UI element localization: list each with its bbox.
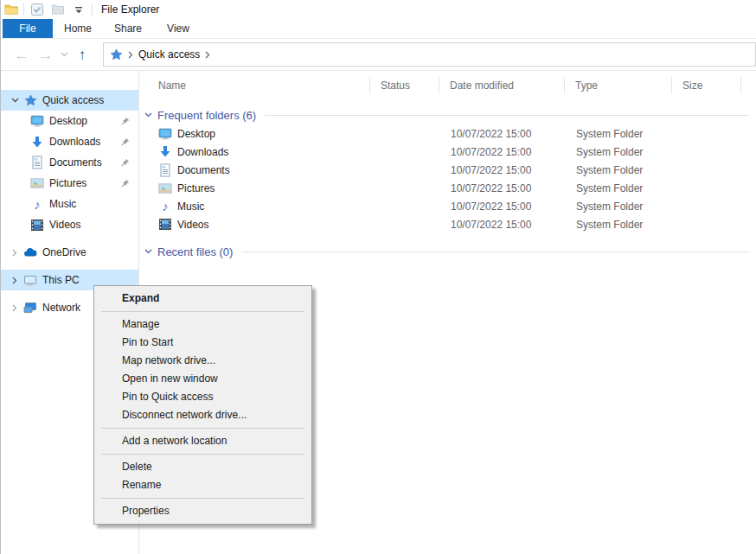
- titlebar: File Explorer: [1, 0, 756, 19]
- pin-icon[interactable]: [120, 137, 130, 147]
- sidebar-item-label: Desktop: [49, 115, 87, 127]
- desktop-icon: [30, 114, 44, 128]
- sidebar-item-desktop[interactable]: Desktop: [1, 111, 138, 131]
- onedrive-icon: [23, 245, 37, 259]
- menu-separator: [101, 454, 304, 455]
- file-name: Pictures: [177, 182, 215, 194]
- file-row-pictures[interactable]: Pictures 10/07/2022 15:00 System Folder: [139, 179, 756, 197]
- column-header-type[interactable]: Type: [565, 77, 672, 94]
- sidebar-item-label: Network: [42, 302, 80, 314]
- pictures-icon: [30, 176, 44, 190]
- sidebar-item-label: Videos: [49, 219, 80, 231]
- file-type: System Folder: [565, 182, 672, 194]
- sidebar-item-downloads[interactable]: Downloads: [1, 131, 138, 152]
- file-type: System Folder: [565, 201, 672, 213]
- file-date-modified: 10/07/2022 15:00: [439, 219, 565, 231]
- file-type: System Folder: [565, 219, 672, 231]
- group-collapse-chevron-icon: [144, 112, 152, 118]
- forward-button[interactable]: →: [34, 42, 58, 67]
- column-header-name[interactable]: Name: [139, 77, 370, 94]
- sidebar-item-label: Documents: [49, 156, 102, 169]
- menu-item-rename[interactable]: Rename: [94, 476, 311, 494]
- address-input[interactable]: Quick access: [103, 42, 756, 67]
- file-row-downloads[interactable]: Downloads 10/07/2022 15:00 System Folder: [139, 143, 756, 161]
- expand-chevron-icon[interactable]: [6, 277, 23, 284]
- sidebar-item-label: This PC: [42, 274, 80, 286]
- qat-properties-icon[interactable]: [29, 2, 45, 17]
- recent-locations-dropdown[interactable]: [58, 42, 70, 67]
- pin-icon[interactable]: [120, 179, 130, 188]
- file-row-desktop[interactable]: Desktop 10/07/2022 15:00 System Folder: [139, 124, 756, 143]
- file-row-music[interactable]: ♪ Music 10/07/2022 15:00 System Folder: [139, 197, 756, 215]
- sidebar-item-documents[interactable]: Documents: [1, 152, 138, 173]
- network-icon: [23, 301, 37, 315]
- pin-icon[interactable]: [120, 117, 130, 126]
- menu-item-pin-to-quick-access[interactable]: Pin to Quick access: [94, 388, 311, 406]
- videos-icon: [158, 218, 172, 232]
- group-header-label: Recent files (0): [157, 245, 233, 258]
- tab-file[interactable]: File: [3, 19, 53, 38]
- file-name: Desktop: [177, 128, 215, 140]
- tab-share[interactable]: Share: [103, 19, 153, 38]
- tab-home[interactable]: Home: [53, 19, 103, 38]
- file-type: System Folder: [565, 128, 672, 140]
- menu-item-add-a-network-location[interactable]: Add a network location: [94, 432, 311, 450]
- desktop-icon: [158, 127, 172, 141]
- downloads-icon: [158, 145, 172, 159]
- file-date-modified: 10/07/2022 15:00: [439, 128, 565, 140]
- expand-chevron-icon[interactable]: [6, 249, 23, 257]
- menu-item-pin-to-start[interactable]: Pin to Start: [94, 334, 311, 352]
- breadcrumb-location[interactable]: Quick access: [138, 48, 200, 60]
- menu-item-properties[interactable]: Properties: [94, 502, 311, 520]
- menu-item-disconnect-network-drive[interactable]: Disconnect network drive...: [94, 406, 311, 424]
- downloads-icon: [30, 135, 44, 149]
- file-row-videos[interactable]: Videos 10/07/2022 15:00 System Folder: [139, 215, 756, 233]
- expand-chevron-icon[interactable]: [6, 304, 23, 312]
- up-button[interactable]: ↑: [70, 42, 94, 67]
- qat-new-folder-icon[interactable]: [50, 2, 66, 17]
- up-icon: ↑: [79, 48, 86, 62]
- collapse-chevron-icon[interactable]: [6, 98, 23, 103]
- tab-view[interactable]: View: [153, 19, 203, 38]
- ribbon-tabs: File Home Share View: [1, 19, 756, 39]
- breadcrumb-chevron-icon-2[interactable]: [205, 51, 210, 59]
- file-type: System Folder: [565, 164, 672, 176]
- group-header-frequent-folders[interactable]: Frequent folders (6): [139, 105, 756, 124]
- group-header-rule: [241, 252, 749, 252]
- sidebar-item-label: Downloads: [49, 136, 100, 148]
- back-icon: ←: [15, 48, 29, 62]
- menu-separator: [101, 311, 304, 312]
- menu-item-map-network-drive[interactable]: Map network drive...: [94, 352, 311, 370]
- sidebar-item-music[interactable]: ♪ Music: [1, 194, 138, 214]
- sidebar-item-label: Quick access: [42, 94, 104, 106]
- videos-icon: [30, 218, 44, 232]
- file-row-documents[interactable]: Documents 10/07/2022 15:00 System Folder: [139, 161, 756, 179]
- column-header-date-modified[interactable]: Date modified: [439, 77, 565, 94]
- file-name: Documents: [177, 164, 230, 176]
- back-button[interactable]: ←: [10, 42, 34, 67]
- column-header-size[interactable]: Size: [672, 77, 741, 94]
- group-header-recent-files[interactable]: Recent files (0): [139, 242, 756, 261]
- menu-item-expand[interactable]: Expand: [94, 290, 311, 308]
- sidebar-item-onedrive[interactable]: OneDrive: [1, 242, 138, 263]
- sidebar-item-videos[interactable]: Videos: [1, 214, 138, 235]
- pin-icon[interactable]: [120, 158, 130, 168]
- sidebar-item-pictures[interactable]: Pictures: [1, 173, 138, 194]
- breadcrumb-chevron-icon: [128, 51, 133, 59]
- menu-item-manage[interactable]: Manage: [94, 315, 311, 334]
- menu-item-open-in-new-window[interactable]: Open in new window: [94, 370, 311, 388]
- qat-customize-dropdown-icon[interactable]: [71, 2, 86, 17]
- forward-icon: →: [39, 48, 54, 62]
- group-collapse-chevron-icon: [144, 249, 152, 254]
- computer-icon: [23, 273, 37, 287]
- column-header-status[interactable]: Status: [370, 77, 439, 94]
- file-name: Music: [177, 201, 204, 213]
- sidebar-item-label: Pictures: [49, 177, 86, 189]
- menu-item-delete[interactable]: Delete: [94, 458, 311, 476]
- address-bar: ← → ↑ Quick access: [1, 39, 756, 71]
- group-header-label: Frequent folders (6): [157, 109, 256, 122]
- file-date-modified: 10/07/2022 15:00: [439, 201, 565, 213]
- sidebar-item-quick-access[interactable]: Quick access: [1, 90, 138, 111]
- documents-icon: [158, 163, 172, 177]
- file-date-modified: 10/07/2022 15:00: [439, 182, 565, 194]
